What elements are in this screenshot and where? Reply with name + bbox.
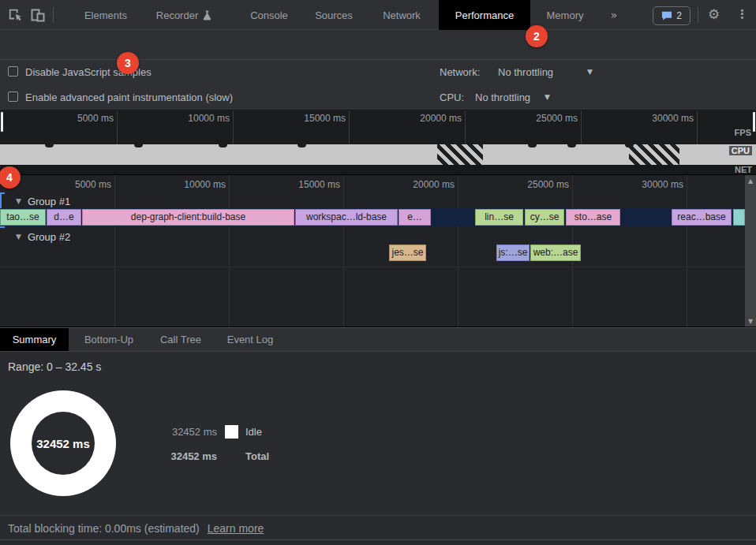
cpu-throttle-value[interactable]: No throttling xyxy=(475,91,530,103)
cpu-activity-band xyxy=(0,144,756,165)
tab-recorder[interactable]: Recorder xyxy=(142,0,226,30)
tab-performance[interactable]: Performance xyxy=(439,0,530,30)
performance-toolbar: ↻ #4 ▼ Screenshots Memory Web Vitals ⚙ xyxy=(0,30,756,60)
more-tabs-button[interactable]: » xyxy=(603,0,625,30)
tab-label: Elements xyxy=(84,9,127,21)
legend-value: 32452 ms xyxy=(164,450,217,462)
flame-bar[interactable]: d…e xyxy=(47,209,81,226)
ruler-tick-label: 20000 ms xyxy=(399,113,462,124)
devtools-window: Elements Recorder Console Sources Networ… xyxy=(0,0,756,545)
flame-bar[interactable]: dep-graph-client:build-base xyxy=(82,209,294,226)
divider xyxy=(698,7,698,23)
cpu-notch xyxy=(298,144,306,147)
tab-elements[interactable]: Elements xyxy=(75,0,137,30)
tab-label: Summary xyxy=(13,334,57,345)
lane-label-cpu: CPU xyxy=(729,146,752,155)
legend-label: Total xyxy=(245,450,269,462)
flame-bar[interactable]: web:…ase xyxy=(530,245,581,261)
chat-icon xyxy=(661,11,672,21)
ruler-tick-label: 15000 ms xyxy=(277,179,340,190)
group-label: Group #1 xyxy=(28,196,70,207)
tab-label: Event Log xyxy=(227,334,274,345)
collapse-triangle-icon[interactable]: ▼ xyxy=(16,233,21,241)
scroll-down-arrow[interactable]: ▼ xyxy=(745,318,756,325)
legend-label: Idle xyxy=(245,426,262,438)
flame-bar[interactable]: tao…se xyxy=(0,209,46,226)
tab-console[interactable]: Console xyxy=(237,0,301,30)
divider xyxy=(53,7,54,23)
flame-bar[interactable]: lin…se xyxy=(475,209,523,226)
group-header[interactable]: ▼Group #2 xyxy=(0,230,70,244)
flame-bar[interactable]: workspac…ld-base xyxy=(295,209,398,226)
flame-bar[interactable]: jes…se xyxy=(389,245,426,261)
advanced-paint-label[interactable]: Enable advanced paint instrumentation (s… xyxy=(25,91,233,103)
tab-sources[interactable]: Sources xyxy=(305,0,363,30)
legend-row-total: 32452 ms Total xyxy=(164,449,269,463)
tab-summary[interactable]: Summary xyxy=(0,328,69,351)
network-throttle-value[interactable]: No throttling xyxy=(498,66,553,78)
more-tabs-chevrons: » xyxy=(611,9,618,21)
flame-bar[interactable]: sto…ase xyxy=(566,209,620,226)
tab-label: Performance xyxy=(455,9,514,21)
flame-bar-row: tao…sed…edep-graph-client:build-basework… xyxy=(0,208,745,226)
total-blocking-time-text: Total blocking time: 0.00ms (estimated) xyxy=(8,522,200,535)
dots-glyph: ⋮ xyxy=(736,7,748,21)
flame-scrollbar[interactable]: ▲ ▼ xyxy=(745,175,756,327)
overview-right-handle[interactable] xyxy=(752,111,756,133)
annotation-badge-2[interactable]: 2 xyxy=(526,25,548,47)
network-throttle-arrow[interactable]: ▼ xyxy=(587,68,593,76)
flame-chart[interactable]: 5000 ms10000 ms15000 ms20000 ms25000 ms3… xyxy=(0,175,756,327)
disable-js-samples-checkbox[interactable] xyxy=(8,66,18,77)
annotation-badge-3[interactable]: 3 xyxy=(117,52,139,74)
tab-label: Recorder xyxy=(156,9,198,21)
cpu-throttle-arrow[interactable]: ▼ xyxy=(545,93,550,101)
tab-call-tree[interactable]: Call Tree xyxy=(152,328,210,351)
issues-counter[interactable]: 2 xyxy=(653,6,691,25)
flame-bar[interactable]: js:…se xyxy=(496,245,530,261)
collapse-triangle-icon[interactable]: ▼ xyxy=(16,197,21,205)
tab-label: Sources xyxy=(315,9,353,21)
tab-label: Console xyxy=(250,9,288,21)
status-divider xyxy=(0,515,756,516)
net-activity-band xyxy=(0,165,756,175)
ruler-tick-label: 25000 ms xyxy=(515,113,578,124)
scroll-up-arrow[interactable]: ▲ xyxy=(745,177,756,185)
cpu-notch xyxy=(219,144,227,147)
cpu-notch xyxy=(528,144,537,147)
capture-settings-pane: Disable JavaScript samples Enable advanc… xyxy=(0,60,756,110)
ruler-tick-label: 30000 ms xyxy=(631,113,694,124)
tab-memory[interactable]: Memory xyxy=(533,0,597,30)
advanced-paint-checkbox[interactable] xyxy=(8,91,18,102)
learn-more-link[interactable]: Learn more xyxy=(208,522,264,535)
tab-bottom-up[interactable]: Bottom-Up xyxy=(76,328,142,351)
cpu-throttle-label: CPU: xyxy=(440,91,464,103)
group-header[interactable]: ▼Group #1 xyxy=(0,194,70,208)
flame-bar[interactable]: cy…se xyxy=(525,209,564,226)
settings-gear-icon[interactable]: ⚙ xyxy=(708,6,720,22)
lane-label-fps: FPS xyxy=(735,128,751,137)
inspect-cursor-icon[interactable] xyxy=(8,8,22,22)
flame-bar[interactable]: reac…base xyxy=(672,209,732,226)
overview-left-handle[interactable] xyxy=(0,111,4,133)
device-toolbar-icon[interactable] xyxy=(30,7,46,23)
timeline-overview[interactable]: 5000 ms10000 ms15000 ms20000 ms25000 ms3… xyxy=(0,110,756,175)
flame-bar[interactable]: e… xyxy=(399,209,431,226)
donut-center-label: 32452 ms xyxy=(36,437,90,450)
arrow-glyph: ▼ xyxy=(545,93,550,101)
legend-value: 32452 ms xyxy=(164,426,217,438)
tab-label: Bottom-Up xyxy=(84,334,133,345)
row-separator xyxy=(0,267,745,267)
details-tab-strip: Summary Bottom-Up Call Tree Event Log xyxy=(0,327,756,352)
ruler-tick-label: 10000 ms xyxy=(167,113,230,124)
cpu-notch xyxy=(567,144,576,147)
flask-icon xyxy=(203,10,211,21)
tab-label: Call Tree xyxy=(160,334,201,345)
tab-event-log[interactable]: Event Log xyxy=(218,328,283,351)
flame-bar[interactable] xyxy=(733,209,745,226)
window-bottom-strip xyxy=(0,539,756,545)
gear-glyph: ⚙ xyxy=(708,6,720,22)
tab-network[interactable]: Network xyxy=(369,0,434,30)
ruler-tick-label: 15000 ms xyxy=(283,113,346,124)
arrow-glyph: ▼ xyxy=(587,68,593,76)
main-menu-icon[interactable]: ⋮ xyxy=(736,7,748,21)
